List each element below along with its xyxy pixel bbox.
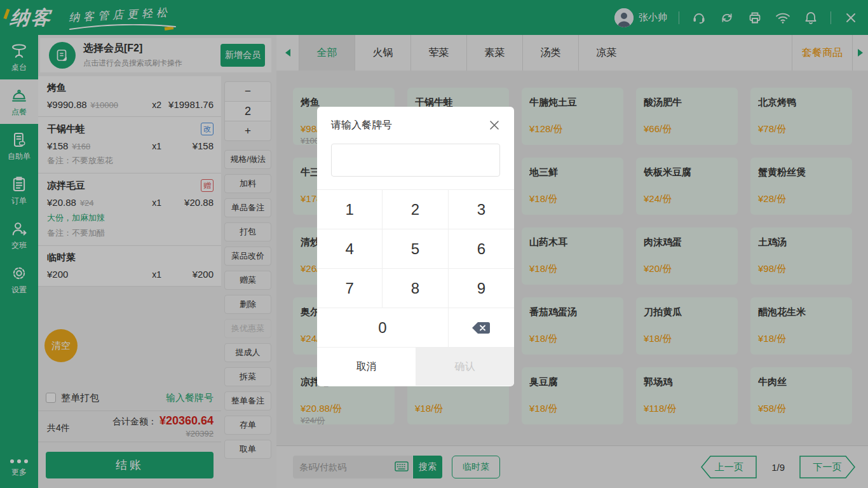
numpad-key-6[interactable]: 6 [449, 229, 514, 269]
numpad: 1 2 3 4 5 6 7 8 9 0 [317, 189, 514, 348]
numpad-key-7[interactable]: 7 [317, 269, 383, 308]
modal-cancel-button[interactable]: 取消 [317, 348, 416, 386]
table-card-modal: 请输入餐牌号 1 2 3 4 5 6 7 8 9 0 取消 确认 [317, 107, 514, 386]
table-card-number-input[interactable] [331, 144, 500, 177]
modal-confirm-button[interactable]: 确认 [416, 348, 514, 386]
backspace-icon [471, 322, 491, 334]
numpad-key-4[interactable]: 4 [317, 229, 383, 269]
numpad-key-8[interactable]: 8 [383, 269, 448, 308]
numpad-key-3[interactable]: 3 [449, 190, 514, 229]
pos-screen: 纳客 纳客管店更轻松 张小帅 [0, 0, 868, 488]
numpad-key-2[interactable]: 2 [383, 190, 448, 229]
numpad-key-1[interactable]: 1 [317, 190, 383, 229]
numpad-key-0[interactable]: 0 [317, 308, 449, 348]
numpad-key-9[interactable]: 9 [449, 269, 514, 308]
modal-close-icon[interactable] [487, 118, 501, 132]
numpad-key-5[interactable]: 5 [383, 229, 448, 269]
modal-title: 请输入餐牌号 [331, 119, 392, 132]
numpad-backspace-key[interactable] [449, 308, 514, 348]
